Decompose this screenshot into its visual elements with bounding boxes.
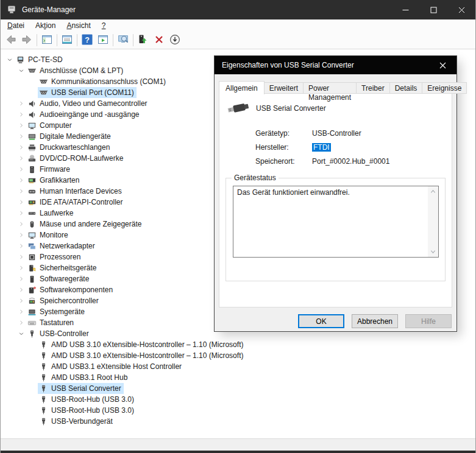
action-pane-button[interactable] bbox=[95, 33, 111, 47]
tree-item-target[interactable]: Monitore bbox=[26, 230, 71, 241]
tree-item[interactable]: AMD USB3.1 Root Hub bbox=[1, 372, 475, 383]
menu-datei[interactable]: Datei bbox=[2, 20, 30, 31]
chevron-collapsed-icon[interactable] bbox=[16, 263, 26, 273]
tab-power-management[interactable]: Power Management bbox=[304, 82, 357, 94]
tree-item[interactable]: AMD USB3.1 eXtensible Host Controller bbox=[1, 361, 475, 372]
tree-item-label: USB Serial Port (COM11) bbox=[51, 88, 134, 97]
minimize-button[interactable] bbox=[391, 0, 419, 19]
forward-button[interactable] bbox=[19, 33, 35, 47]
chevron-collapsed-icon[interactable] bbox=[16, 252, 26, 262]
tree-item-target[interactable]: USB-Root-Hub (USB 3.0) bbox=[38, 405, 137, 416]
chevron-collapsed-icon[interactable] bbox=[16, 186, 26, 196]
chevron-collapsed-icon[interactable] bbox=[16, 296, 26, 306]
tree-item[interactable]: AMD USB 3.10 eXtensible-Hostcontroller –… bbox=[1, 350, 475, 361]
tab-allgemein[interactable]: Allgemein bbox=[219, 81, 265, 94]
tree-item-target[interactable]: Anschlüsse (COM & LPT) bbox=[26, 65, 126, 76]
tree-item-target[interactable]: Tastaturen bbox=[26, 317, 76, 328]
tree-item-target[interactable]: Netzwerkadapter bbox=[26, 241, 98, 251]
tree-item-target[interactable]: DVD/CD-ROM-Laufwerke bbox=[26, 153, 126, 164]
tab-ereignisse[interactable]: Ereignisse bbox=[422, 82, 467, 94]
tree-item-target[interactable]: USB-Root-Hub (USB 3.0) bbox=[38, 394, 137, 405]
hilfe-button[interactable]: Hilfe bbox=[405, 314, 452, 328]
back-button[interactable] bbox=[3, 33, 19, 47]
tree-item-target[interactable]: Grafikkarten bbox=[26, 175, 82, 186]
tree-item-target[interactable]: Audioeingänge und -ausgänge bbox=[26, 109, 141, 120]
close-button[interactable] bbox=[447, 0, 475, 19]
chevron-collapsed-icon[interactable] bbox=[16, 153, 26, 163]
tree-item-target[interactable]: Digitale Mediengeräte bbox=[26, 131, 113, 142]
scan-hardware-changes-button[interactable] bbox=[115, 33, 131, 47]
tree-item[interactable]: USB-Root-Hub (USB 3.0) bbox=[1, 394, 475, 405]
device-status-box[interactable]: Das Gerät funktioniert einwandfrei. bbox=[233, 186, 439, 258]
menu-hilfe[interactable]: ? bbox=[96, 20, 112, 31]
tree-item-target[interactable]: Firmware bbox=[26, 164, 73, 175]
tree-item[interactable]: USB-Verbundgerät bbox=[1, 416, 475, 427]
tree-item-target[interactable]: Druckwarteschlangen bbox=[26, 142, 112, 153]
menu-ansicht[interactable]: Ansicht bbox=[61, 20, 96, 31]
tree-item-target[interactable]: PC-TE-SD bbox=[15, 54, 65, 65]
tree-item-target[interactable]: Softwaregeräte bbox=[26, 273, 91, 284]
tab-treiber[interactable]: Treiber bbox=[357, 82, 390, 94]
show-console-tree-button[interactable] bbox=[39, 33, 55, 47]
chevron-collapsed-icon[interactable] bbox=[16, 274, 26, 284]
chevron-collapsed-icon[interactable] bbox=[16, 121, 26, 130]
chevron-collapsed-icon[interactable] bbox=[16, 230, 26, 240]
tab-details[interactable]: Details bbox=[390, 82, 423, 94]
chevron-expanded-icon[interactable] bbox=[4, 55, 15, 65]
status-scrollbar[interactable] bbox=[428, 186, 438, 257]
chevron-collapsed-icon[interactable] bbox=[16, 99, 26, 108]
maximize-button[interactable] bbox=[419, 0, 447, 19]
tree-item-target[interactable]: IDE ATA/ATAPI-Controller bbox=[26, 197, 125, 208]
tree-item-target[interactable]: Laufwerke bbox=[26, 208, 76, 219]
chevron-expanded-icon[interactable] bbox=[16, 66, 26, 76]
tree-item-target[interactable]: Speichercontroller bbox=[26, 295, 101, 306]
scroll-up-button[interactable] bbox=[428, 186, 438, 197]
usb-icon bbox=[38, 351, 48, 360]
chevron-collapsed-icon[interactable] bbox=[16, 197, 26, 207]
help-button[interactable]: ? bbox=[79, 33, 95, 47]
chevron-collapsed-icon[interactable] bbox=[16, 241, 26, 251]
tree-item-target[interactable]: Kommunikationsanschluss (COM1) bbox=[38, 76, 168, 87]
tree-item-target[interactable]: Computer bbox=[26, 120, 74, 131]
chevron-collapsed-icon[interactable] bbox=[16, 318, 26, 328]
menu-aktion[interactable]: Aktion bbox=[30, 20, 61, 31]
chevron-collapsed-icon[interactable] bbox=[16, 307, 26, 317]
chevron-collapsed-icon[interactable] bbox=[16, 208, 26, 218]
chevron-collapsed-icon[interactable] bbox=[16, 219, 26, 229]
tree-item-target[interactable]: AMD USB3.1 Root Hub bbox=[38, 372, 130, 383]
chevron-expanded-icon[interactable] bbox=[16, 329, 26, 339]
chevron-collapsed-icon[interactable] bbox=[16, 142, 26, 152]
tab-erweitert[interactable]: Erweitert bbox=[265, 82, 304, 94]
tree-item-target[interactable]: USB-Controller bbox=[26, 328, 91, 339]
tree-item-target[interactable]: Audio, Video und Gamecontroller bbox=[26, 98, 150, 109]
update-driver-button[interactable] bbox=[135, 33, 151, 47]
tree-item[interactable]: USB-Root-Hub (USB 3.0) bbox=[1, 405, 475, 416]
properties-button[interactable] bbox=[59, 33, 75, 47]
chevron-collapsed-icon[interactable] bbox=[16, 285, 26, 295]
tree-item-target[interactable]: Softwarekomponenten bbox=[26, 284, 115, 295]
disable-device-button[interactable] bbox=[167, 33, 183, 47]
tree-item-target[interactable]: Systemgeräte bbox=[26, 306, 87, 317]
tree-item-target[interactable]: Human Interface Devices bbox=[26, 186, 124, 197]
abbrechen-button[interactable]: Abbrechen bbox=[352, 314, 398, 328]
tree-item-target[interactable]: Prozessoren bbox=[26, 251, 83, 262]
tree-item-target[interactable]: Mäuse und andere Zeigegeräte bbox=[26, 219, 144, 230]
tree-item[interactable]: USB Serial Converter bbox=[1, 383, 475, 394]
tree-item[interactable]: AMD USB 3.10 eXtensible-Hostcontroller –… bbox=[1, 339, 475, 350]
chevron-collapsed-icon[interactable] bbox=[16, 110, 26, 119]
dialog-close-button[interactable] bbox=[429, 56, 456, 74]
chevron-collapsed-icon[interactable] bbox=[16, 175, 26, 185]
tree-item-target[interactable]: AMD USB 3.10 eXtensible-Hostcontroller –… bbox=[38, 339, 246, 350]
tree-item-target[interactable]: USB Serial Converter bbox=[38, 383, 124, 394]
tree-item-target[interactable]: USB-Verbundgerät bbox=[38, 416, 115, 427]
toolbar: ? bbox=[1, 32, 475, 49]
tree-item-target[interactable]: Sicherheitsgeräte bbox=[26, 262, 99, 273]
tree-item-target[interactable]: AMD USB 3.10 eXtensible-Hostcontroller –… bbox=[38, 350, 246, 361]
chevron-collapsed-icon[interactable] bbox=[16, 132, 26, 141]
uninstall-device-button[interactable] bbox=[151, 33, 167, 47]
tree-item-target[interactable]: USB Serial Port (COM11) bbox=[38, 87, 137, 98]
scroll-down-button[interactable] bbox=[428, 247, 438, 257]
tree-item-target[interactable]: AMD USB3.1 eXtensible Host Controller bbox=[38, 361, 184, 372]
chevron-collapsed-icon[interactable] bbox=[16, 164, 26, 174]
ok-button[interactable]: OK bbox=[298, 314, 344, 328]
